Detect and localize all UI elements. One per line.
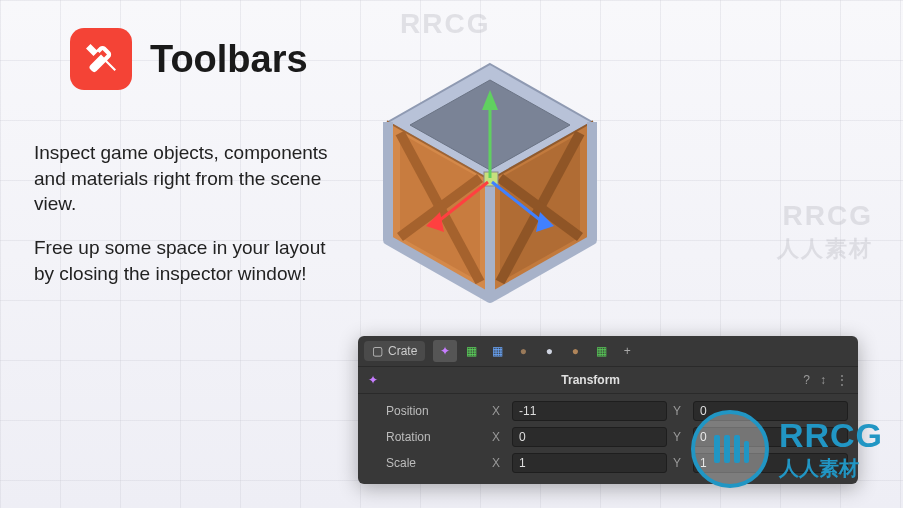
reset-icon[interactable]: ↕ xyxy=(820,373,826,387)
position-x-input[interactable]: -11 xyxy=(512,401,667,421)
axis-x-label: X xyxy=(492,404,506,418)
help-icon[interactable]: ? xyxy=(803,373,810,387)
desc-paragraph-2: Free up some space in your layout by clo… xyxy=(34,235,344,286)
object-toolbar: ▢ Crate ✦▦▦●●●▦+ xyxy=(358,336,858,367)
menu-icon[interactable]: ⋮ xyxy=(836,373,848,387)
brand-badge-icon xyxy=(691,410,769,488)
add-tool[interactable]: + xyxy=(615,340,639,362)
brand-logo: RRCG 人人素材 xyxy=(691,410,883,488)
axis-x-label: X xyxy=(492,456,506,470)
svg-rect-18 xyxy=(714,435,720,463)
object-selector[interactable]: ▢ Crate xyxy=(364,341,425,361)
svg-rect-20 xyxy=(734,435,740,463)
feature-title: Toolbars xyxy=(150,38,308,81)
transform-component-header[interactable]: ✦ Transform ? ↕ ⋮ xyxy=(358,367,858,394)
axis-y-label: Y xyxy=(673,456,687,470)
prop-label: Rotation xyxy=(368,430,486,444)
grid-tool-1[interactable]: ▦ xyxy=(459,340,483,362)
transform-axis-icon: ✦ xyxy=(368,373,378,387)
axis-y-label: Y xyxy=(673,404,687,418)
scale-x-input[interactable]: 1 xyxy=(512,453,667,473)
sphere-tool-1[interactable]: ● xyxy=(511,340,535,362)
feature-description: Inspect game objects, components and mat… xyxy=(34,140,344,304)
component-title: Transform xyxy=(386,373,795,387)
scene-preview xyxy=(340,30,640,330)
object-name: Crate xyxy=(388,344,417,358)
rotation-x-input[interactable]: 0 xyxy=(512,427,667,447)
transform-tool[interactable]: ✦ xyxy=(433,340,457,362)
watermark: RRCG xyxy=(783,200,873,232)
watermark-sub: 人人素材 xyxy=(777,234,873,264)
tools-icon xyxy=(70,28,132,90)
brand-tagline: 人人素材 xyxy=(779,455,883,482)
desc-paragraph-1: Inspect game objects, components and mat… xyxy=(34,140,344,217)
sphere-tool-2[interactable]: ● xyxy=(537,340,561,362)
prop-label: Scale xyxy=(368,456,486,470)
svg-rect-19 xyxy=(724,435,730,463)
axis-x-label: X xyxy=(492,430,506,444)
brand-name: RRCG xyxy=(779,416,883,455)
grid-tool-2[interactable]: ▦ xyxy=(485,340,509,362)
cube-icon: ▢ xyxy=(372,344,383,358)
grid-tool-3[interactable]: ▦ xyxy=(589,340,613,362)
feature-header: Toolbars xyxy=(70,28,308,90)
axis-y-label: Y xyxy=(673,430,687,444)
sphere-tool-3[interactable]: ● xyxy=(563,340,587,362)
prop-label: Position xyxy=(368,404,486,418)
svg-rect-21 xyxy=(744,441,749,463)
